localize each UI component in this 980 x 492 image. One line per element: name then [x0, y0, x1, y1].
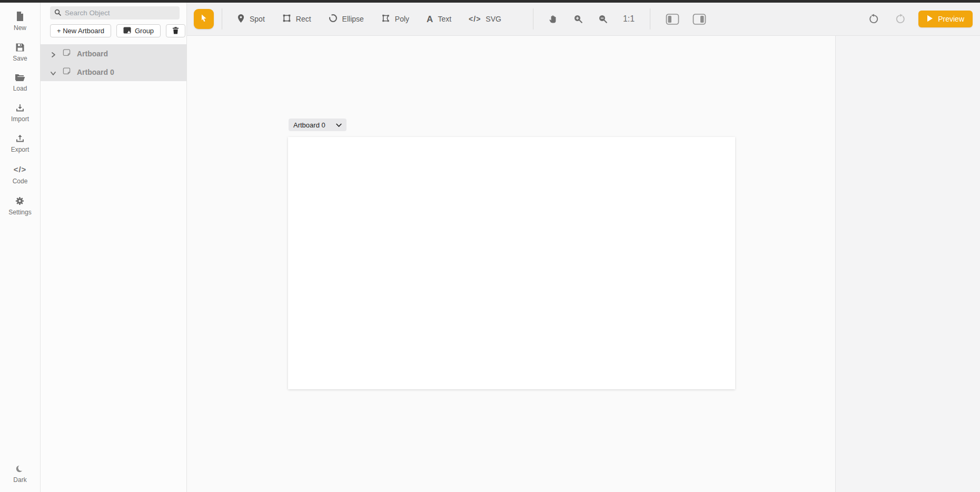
right-panel-area	[835, 36, 980, 492]
import-icon	[15, 103, 25, 113]
toggle-right-panel-button[interactable]	[692, 13, 706, 25]
artboard-tree: Artboard Artboard 0	[41, 44, 186, 81]
pan-hand-icon[interactable]	[549, 14, 558, 24]
undo-icon[interactable]	[868, 14, 879, 24]
code-icon: </>	[14, 164, 27, 175]
artboard-page-icon	[63, 67, 71, 77]
sidebar-item-export[interactable]: Export	[11, 134, 29, 153]
app-window: New Save Load Import	[0, 0, 980, 492]
tool-label: SVG	[486, 15, 501, 23]
delete-button[interactable]	[166, 24, 185, 37]
group-button[interactable]: Group	[116, 24, 161, 37]
group-button-label: Group	[135, 27, 154, 35]
moon-icon	[15, 464, 25, 474]
tree-row-artboard-0[interactable]: Artboard 0	[41, 63, 186, 81]
search-input[interactable]	[65, 9, 175, 17]
settings-gear-icon	[15, 196, 25, 206]
theme-toggle-label: Dark	[13, 476, 26, 484]
artboard-canvas[interactable]	[288, 137, 735, 389]
redo-icon[interactable]	[895, 14, 906, 24]
select-tool-button[interactable]	[194, 9, 214, 29]
search-icon	[54, 8, 61, 18]
tool-label: Text	[438, 15, 451, 23]
tool-spot[interactable]: Spot	[237, 14, 265, 25]
sidebar-item-import[interactable]: Import	[11, 103, 29, 123]
tool-ellipse[interactable]: Ellipse	[329, 14, 364, 24]
rect-tool-icon	[282, 14, 291, 24]
new-file-icon	[15, 11, 25, 22]
chevron-right-icon[interactable]	[50, 51, 56, 57]
artboard-selector-dropdown[interactable]: Artboard 0	[289, 119, 347, 131]
tree-row-label: Artboard 0	[77, 68, 114, 76]
new-artboard-button-label: + New Artboard	[57, 27, 104, 35]
save-icon	[15, 43, 25, 52]
sidebar-item-code[interactable]: </> Code	[13, 164, 28, 185]
tool-poly[interactable]: Poly	[381, 14, 409, 24]
tree-row-artboard[interactable]: Artboard	[41, 44, 186, 63]
text-tool-icon: A	[427, 15, 433, 24]
tool-label: Rect	[296, 15, 311, 23]
sidebar-item-new[interactable]: New	[14, 11, 26, 32]
ellipse-tool-icon	[329, 14, 338, 24]
theme-toggle-dark[interactable]: Dark	[13, 464, 26, 484]
artboard-selector-value: Artboard 0	[293, 121, 336, 129]
sidebar-item-label: Settings	[8, 209, 31, 216]
new-artboard-button[interactable]: + New Artboard	[50, 24, 111, 37]
tool-label: Ellipse	[342, 15, 364, 23]
poly-tool-icon	[381, 14, 390, 24]
sidebar-item-settings[interactable]: Settings	[8, 196, 31, 216]
tool-svg[interactable]: </> SVG	[469, 15, 501, 23]
toolbar-divider	[650, 8, 650, 29]
cursor-arrow-icon	[199, 13, 209, 25]
artboard-page-icon	[63, 48, 71, 58]
left-icon-rail: New Save Load Import	[0, 3, 41, 492]
toolbar: Spot Rect Ellipse	[187, 3, 980, 36]
zoom-out-icon[interactable]	[598, 14, 608, 24]
sidebar-item-label: Code	[13, 178, 28, 185]
group-image-icon	[123, 27, 131, 35]
preview-button[interactable]: Preview	[918, 11, 973, 27]
sidebar-item-label: New	[14, 24, 26, 32]
object-panel: + New Artboard Group	[41, 3, 187, 492]
tool-rect[interactable]: Rect	[282, 14, 311, 24]
spot-pin-icon	[237, 14, 245, 25]
preview-button-label: Preview	[938, 15, 964, 23]
tool-label: Spot	[250, 15, 265, 23]
chevron-down-icon[interactable]	[50, 69, 56, 75]
export-icon	[15, 134, 25, 143]
sidebar-item-label: Export	[11, 146, 29, 153]
tree-row-label: Artboard	[77, 50, 108, 58]
chevron-down-icon	[336, 120, 342, 130]
tool-text[interactable]: A Text	[427, 15, 451, 24]
svg-code-icon: </>	[469, 15, 481, 23]
sidebar-item-load[interactable]: Load	[13, 73, 27, 92]
sidebar-item-label: Save	[13, 55, 27, 62]
sidebar-item-label: Load	[13, 85, 27, 92]
sidebar-item-label: Import	[11, 115, 29, 123]
tool-label: Poly	[395, 15, 409, 23]
toggle-left-panel-button[interactable]	[666, 13, 679, 25]
toolbar-divider	[533, 8, 533, 29]
trash-icon	[172, 26, 179, 36]
play-icon	[927, 15, 933, 24]
zoom-in-icon[interactable]	[573, 14, 583, 24]
zoom-ratio-button[interactable]: 1:1	[623, 14, 635, 24]
sidebar-item-save[interactable]: Save	[13, 43, 27, 62]
object-search	[50, 6, 180, 19]
toolbar-divider	[222, 8, 222, 29]
canvas-area[interactable]: Artboard 0	[187, 36, 835, 492]
load-folder-icon	[15, 73, 25, 82]
